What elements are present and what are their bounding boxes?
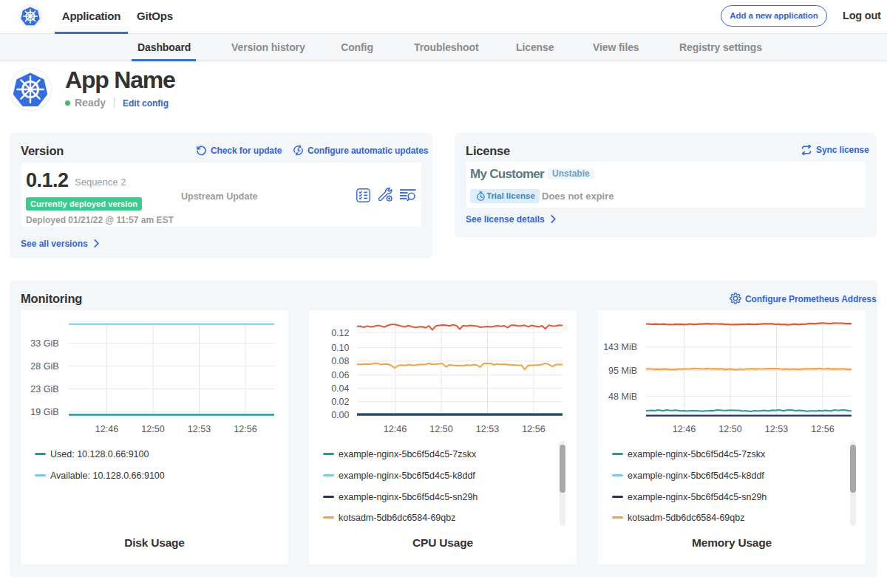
svg-text:0.12: 0.12 — [331, 328, 349, 338]
svg-text:0.04: 0.04 — [331, 383, 349, 394]
svg-text:12:46: 12:46 — [673, 424, 696, 434]
svg-text:143 MiB: 143 MiB — [603, 342, 637, 352]
svg-text:12:53: 12:53 — [765, 424, 788, 434]
svg-text:0.02: 0.02 — [331, 397, 349, 407]
svg-text:12:56: 12:56 — [234, 424, 256, 434]
svg-text:0.06: 0.06 — [331, 370, 349, 380]
svg-text:12:50: 12:50 — [429, 424, 452, 434]
svg-text:12:46: 12:46 — [384, 424, 407, 434]
svg-text:23 GiB: 23 GiB — [30, 384, 58, 394]
svg-text:12:53: 12:53 — [476, 424, 499, 434]
svg-text:12:50: 12:50 — [718, 424, 741, 434]
svg-text:48 MiB: 48 MiB — [608, 392, 637, 402]
svg-text:12:53: 12:53 — [188, 424, 211, 434]
svg-text:12:56: 12:56 — [811, 424, 834, 434]
svg-text:19 GiB: 19 GiB — [30, 407, 58, 417]
svg-text:12:50: 12:50 — [141, 424, 164, 434]
svg-text:12:56: 12:56 — [522, 424, 545, 434]
svg-text:33 GiB: 33 GiB — [30, 338, 58, 349]
svg-text:28 GiB: 28 GiB — [30, 361, 58, 372]
svg-text:0.10: 0.10 — [331, 343, 349, 353]
svg-text:95 MiB: 95 MiB — [608, 366, 637, 376]
svg-text:0.00: 0.00 — [331, 410, 349, 420]
svg-text:0.08: 0.08 — [331, 356, 349, 366]
svg-text:12:46: 12:46 — [95, 424, 118, 434]
